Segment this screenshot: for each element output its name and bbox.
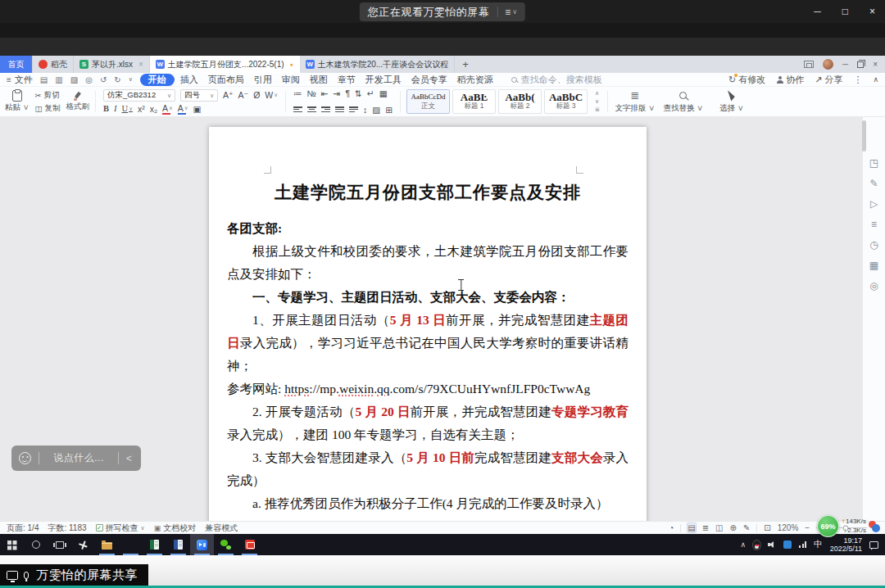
modified-status[interactable]: ↻ 有修改 <box>728 74 765 86</box>
tab-doc-4[interactable]: W土木建筑学院20...干座谈会会议议程 <box>300 56 455 73</box>
speaker-icon[interactable] <box>768 541 776 549</box>
underline-button[interactable]: U∨ <box>122 105 133 114</box>
stamp-icon[interactable]: ◳ <box>869 158 878 168</box>
notification-center-icon[interactable] <box>869 541 878 549</box>
undo-icon[interactable]: ↺ <box>100 75 107 84</box>
zoom-out-icon[interactable]: − <box>805 523 810 532</box>
chat-collapse-button[interactable]: < <box>126 453 134 464</box>
app-minimize-button[interactable]: ─ <box>842 60 848 69</box>
paragraph-mark-button[interactable]: ¶ <box>345 89 350 98</box>
menu-稻壳资源[interactable]: 稻壳资源 <box>453 74 497 86</box>
app-close-button[interactable]: × <box>873 60 878 69</box>
app-tray-icon[interactable] <box>783 541 792 549</box>
font-color-button[interactable]: A∨ <box>178 104 188 115</box>
increase-indent-button[interactable]: ⇥ <box>334 89 341 98</box>
print-icon[interactable]: ▨ <box>70 75 78 84</box>
emoji-icon[interactable] <box>19 452 31 464</box>
bullets-button[interactable]: ≔ <box>293 89 302 98</box>
text-effects-button[interactable]: W∨ <box>265 91 278 100</box>
distribute-button[interactable] <box>349 106 358 112</box>
find-replace-button[interactable]: 查找替换 ∨ <box>662 88 705 115</box>
pen-icon[interactable]: ✎ <box>869 179 878 188</box>
taskbar-document-app[interactable] <box>166 534 190 555</box>
format-painter-button[interactable]: 格式刷 <box>66 92 90 112</box>
menu-引用[interactable]: 引用 <box>250 74 276 86</box>
two-page-view-icon[interactable]: ◫ <box>715 523 723 532</box>
select-button[interactable]: 选择 ∨ <box>710 88 753 115</box>
taskbar-pinwheel-app[interactable] <box>71 534 95 555</box>
tab-doc-3[interactable]: W土建学院五月份团支...2022-5(1)● <box>150 56 300 73</box>
app-restore-button[interactable] <box>857 61 864 68</box>
close-button[interactable]: × <box>869 6 875 17</box>
menu-视图[interactable]: 视图 <box>306 74 332 86</box>
font-name-select[interactable]: 仿宋_GB2312∨ <box>103 89 175 102</box>
command-search[interactable]: 查找命令、搜索模板 <box>511 74 602 86</box>
align-center-button[interactable] <box>307 106 316 112</box>
menu-开始[interactable]: 开始 <box>140 74 175 86</box>
assistant-icon[interactable]: ▦ <box>869 260 878 270</box>
more-menu-icon[interactable]: ⋮ <box>853 75 862 85</box>
qq-icon[interactable] <box>753 541 760 550</box>
tray-chevron-icon[interactable]: ∧ <box>741 541 747 549</box>
network-signal-icon[interactable] <box>799 541 806 548</box>
taskbar-search[interactable] <box>24 534 48 555</box>
new-tab-button[interactable]: + <box>455 56 476 73</box>
taskbar-wechat[interactable] <box>214 534 238 555</box>
font-size-select[interactable]: 四号∨ <box>180 89 218 102</box>
collaborate-button[interactable]: 协作 <box>776 74 804 86</box>
wrap-button[interactable]: ↵ <box>367 89 374 98</box>
justify-button[interactable] <box>335 106 344 112</box>
spell-check-toggle[interactable]: ✓ 拼写检查 ∨ <box>96 522 145 534</box>
tab-docer-1[interactable]: 稻壳 <box>33 56 74 73</box>
taskbar-task-view[interactable] <box>48 534 71 555</box>
preview-icon[interactable]: ◎ <box>85 75 93 84</box>
vertical-scrollbar[interactable] <box>862 120 866 152</box>
optimizer-ball[interactable]: 69% <box>817 515 839 537</box>
line-spacing-button[interactable]: ↕ <box>363 106 367 115</box>
eye-protect-icon[interactable]: ◔ <box>669 523 674 532</box>
export-icon[interactable]: ▥ <box>55 75 62 84</box>
select-arrow-icon[interactable]: ▷ <box>870 199 878 209</box>
style-标题 3[interactable]: AaBbC标题 3 <box>544 89 588 114</box>
clock[interactable]: 19:17 2022/5/11 <box>830 536 862 553</box>
numbering-button[interactable]: № <box>306 89 315 98</box>
menu-插入[interactable]: 插入 <box>176 74 202 86</box>
web-view-icon[interactable]: ⊕ <box>730 523 737 532</box>
taskbar-red-app[interactable] <box>238 534 261 555</box>
superscript-button[interactable]: x² <box>138 105 145 114</box>
taskbar-spreadsheet-app[interactable] <box>143 534 166 555</box>
layout-icon[interactable] <box>804 61 814 68</box>
history-icon[interactable]: ◷ <box>869 240 878 250</box>
avatar[interactable] <box>823 59 833 70</box>
tab-sheet-2[interactable]: S茅以升.xlsx× <box>74 56 150 73</box>
character-border-button[interactable]: ▣ <box>193 105 202 114</box>
gallery-up-icon[interactable]: ∧ <box>595 90 600 97</box>
maximize-button[interactable]: □ <box>842 6 848 17</box>
highlight-color-button[interactable]: A∨ <box>162 104 173 115</box>
shrink-font-button[interactable]: A⁻ <box>238 91 249 100</box>
bold-button[interactable]: B <box>103 105 109 114</box>
ime-indicator[interactable]: 中 <box>814 539 823 550</box>
file-menu[interactable]: ≡ 文件 <box>7 74 33 86</box>
menu-会员专享[interactable]: 会员专享 <box>407 74 452 86</box>
taskbar-browser[interactable] <box>119 534 143 555</box>
align-left-button[interactable] <box>293 106 302 112</box>
taskbar-start[interactable] <box>0 534 24 555</box>
banner-menu-button[interactable]: ≡ ∨ <box>505 7 517 18</box>
copy-button[interactable]: ◫复制 <box>35 103 61 114</box>
menu-章节[interactable]: 章节 <box>334 74 360 86</box>
paste-button[interactable]: 粘贴 ∨ <box>5 90 30 113</box>
adjust-icon[interactable]: ≡ <box>871 219 877 229</box>
menu-审阅[interactable]: 审阅 <box>278 74 304 86</box>
share-button[interactable]: ↗ 分享 <box>815 74 842 86</box>
style-正文[interactable]: AaBbCcDd正文 <box>406 89 450 114</box>
collapse-ribbon-icon[interactable]: ∧ <box>873 75 878 84</box>
sort-button[interactable]: ⇅ <box>355 89 362 98</box>
cut-button[interactable]: ✂剪切 <box>35 90 61 101</box>
zoom-level[interactable]: 120% <box>778 523 799 532</box>
decrease-indent-button[interactable]: ⇤ <box>321 89 329 98</box>
menu-开发工具[interactable]: 开发工具 <box>361 74 406 86</box>
clear-format-button[interactable]: Ø <box>253 91 260 100</box>
document-page[interactable]: 土建学院五月份团支部工作要点及安排 各团支部:根据上级文件和校团委的要求，土木建… <box>209 127 647 521</box>
tab-close-icon[interactable]: × <box>138 60 143 69</box>
